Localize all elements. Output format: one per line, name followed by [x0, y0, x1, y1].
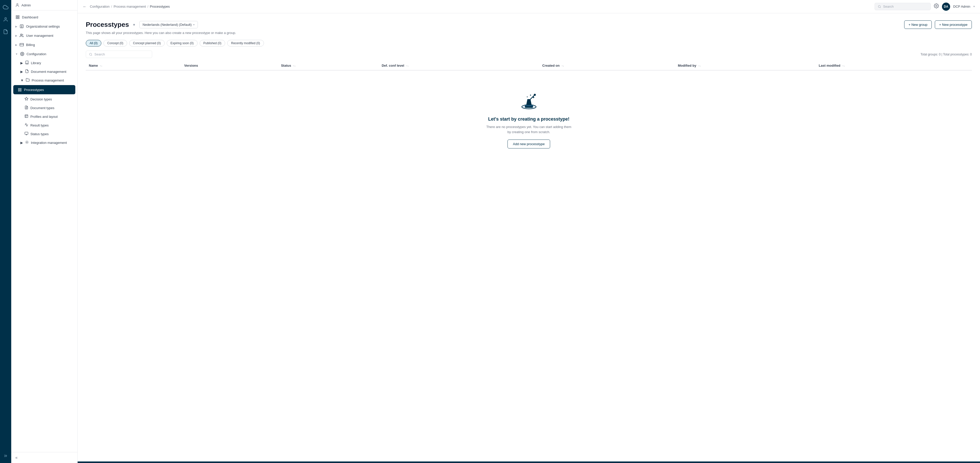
user-menu-chevron-icon[interactable]: ▾	[974, 5, 975, 8]
sidebar-collapse[interactable]: «	[11, 452, 77, 463]
sidebar-library-label: Library	[31, 61, 41, 65]
file-icon	[25, 69, 29, 74]
sidebar-user-name: Admin	[21, 3, 31, 7]
filter-recently-modified[interactable]: Recently modified (0)	[227, 40, 264, 46]
main-area: ← Configuration / Process management / P…	[78, 0, 980, 463]
col-name-label: Name	[89, 64, 98, 67]
filter-published[interactable]: Published (0)	[200, 40, 226, 46]
svg-rect-3	[18, 16, 19, 17]
sidebar-decision-types-label: Decision types	[30, 97, 52, 101]
double-chevron-left-icon: «	[15, 455, 18, 460]
svg-line-26	[880, 7, 881, 8]
chevron-right-icon: ▶	[15, 34, 18, 37]
sidebar-user[interactable]: Admin	[11, 0, 77, 11]
book-icon	[25, 61, 29, 65]
global-search[interactable]	[875, 3, 931, 10]
col-status[interactable]: Status ↑↓	[278, 61, 379, 70]
sort-last-icon[interactable]: ↑↓	[842, 64, 845, 67]
credit-card-icon	[19, 42, 24, 47]
svg-point-7	[21, 34, 22, 35]
chevron-right-icon: ▶	[21, 70, 23, 73]
svg-rect-8	[20, 43, 24, 46]
doc-type-icon	[24, 105, 28, 110]
add-new-processtype-button[interactable]: Add new processtype	[508, 139, 550, 148]
col-last-modified[interactable]: Last modified ↑↓	[816, 61, 972, 70]
sidebar-item-document-types[interactable]: Document types	[11, 104, 77, 112]
breadcrumb-configuration[interactable]: Configuration	[90, 5, 110, 8]
sidebar-config-label: Configuration	[27, 52, 46, 56]
back-button[interactable]: ←	[83, 4, 87, 9]
data-table: Name ↑↓ Versions Status ↑↓ Def. conf lev…	[86, 61, 972, 169]
sidebar-item-configuration[interactable]: ▼ Configuration	[11, 49, 77, 59]
svg-point-1	[17, 3, 18, 5]
sidebar-item-user-management[interactable]: ▶ User management	[11, 31, 77, 40]
settings-icon	[20, 52, 24, 56]
settings-gear-icon[interactable]	[934, 3, 939, 10]
filter-expiring-soon[interactable]: Expiring soon (0)	[167, 40, 197, 46]
col-versions[interactable]: Versions	[181, 61, 278, 70]
col-modified-label: Modified by	[678, 64, 696, 67]
grid-icon	[15, 15, 20, 19]
sort-conf-icon[interactable]: ↑↓	[406, 64, 409, 67]
sort-created-icon[interactable]: ↑↓	[562, 64, 564, 67]
sidebar-document-types-label: Document types	[30, 106, 54, 110]
breadcrumb-sep-2: /	[147, 5, 148, 8]
user-icon[interactable]	[2, 15, 10, 24]
breadcrumb-process-management[interactable]: Process management	[114, 5, 146, 8]
sort-status-icon[interactable]: ↑↓	[293, 64, 296, 67]
empty-state-icon: ✦ ✦ ✦	[519, 91, 539, 112]
svg-point-37	[534, 94, 536, 96]
svg-text:✦: ✦	[527, 96, 528, 98]
filter-all[interactable]: All (0)	[86, 40, 101, 46]
svg-text:✦: ✦	[530, 94, 531, 97]
svg-point-28	[90, 53, 92, 56]
sidebar-dashboard-label: Dashboard	[22, 15, 38, 19]
sidebar-item-library[interactable]: ▶ Library	[11, 59, 77, 67]
topbar: ← Configuration / Process management / P…	[78, 0, 980, 13]
new-processtype-button[interactable]: + New processtype	[935, 21, 972, 29]
sort-name-icon[interactable]: ↑↓	[100, 64, 102, 67]
sidebar-billing-label: Billing	[26, 43, 35, 47]
sidebar-item-document-management[interactable]: ▶ Document management	[11, 67, 77, 76]
sidebar: Admin Dashboard ▶ Organizational setting…	[11, 0, 78, 463]
svg-point-24	[27, 142, 27, 142]
sidebar-item-process-management[interactable]: ▼ Process management	[11, 76, 77, 85]
sidebar-item-result-types[interactable]: Result types	[11, 121, 77, 129]
empty-state: ✦ ✦ ✦ Let's start by creating a processt…	[86, 70, 972, 169]
filter-concept[interactable]: Concept (0)	[103, 40, 127, 46]
sidebar-item-status-types[interactable]: Status types	[11, 129, 77, 138]
col-def-conf-level[interactable]: Def. conf level ↑↓	[379, 61, 539, 70]
sidebar-item-organizational[interactable]: ▶ Organizational settings	[11, 22, 77, 31]
filter-concept-planned[interactable]: Concept planned (0)	[129, 40, 165, 46]
language-dropdown[interactable]: Nederlands (Nederland) (Default) ▾	[139, 21, 198, 28]
avatar-initials: DA	[944, 5, 948, 8]
chevron-down-icon: ▾	[193, 23, 194, 26]
col-name[interactable]: Name ↑↓	[86, 61, 181, 70]
col-created-on[interactable]: Created on ↑↓	[539, 61, 675, 70]
col-modified-by[interactable]: Modified by ↑↓	[675, 61, 816, 70]
sort-modified-icon[interactable]: ↑↓	[698, 64, 701, 67]
sidebar-item-decision-types[interactable]: Decision types	[11, 95, 77, 104]
sidebar-item-dashboard[interactable]: Dashboard	[11, 13, 77, 22]
svg-rect-13	[18, 90, 19, 91]
svg-rect-21	[25, 132, 28, 134]
document-icon[interactable]	[2, 27, 10, 36]
sidebar-item-integration-management[interactable]: ▶ Integration management	[11, 138, 77, 147]
empty-state-description: There are no processtypes yet. You can s…	[486, 125, 571, 134]
collapse-icon[interactable]	[2, 452, 10, 460]
user-name: DCP Admin	[953, 5, 970, 8]
sidebar-status-types-label: Status types	[30, 132, 49, 136]
chevron-down-icon: ▼	[15, 53, 18, 56]
sidebar-procmgmt-label: Process management	[32, 78, 64, 82]
sidebar-nav: Dashboard ▶ Organizational settings ▶ Us…	[11, 11, 77, 452]
sidebar-item-billing[interactable]: ▶ Billing	[11, 40, 77, 49]
empty-state-title: Let's start by creating a processtype!	[488, 117, 569, 122]
cloud-icon[interactable]	[2, 3, 10, 11]
new-group-button[interactable]: + New group	[904, 21, 932, 29]
table-search[interactable]	[86, 51, 152, 58]
table-search-input[interactable]	[94, 53, 149, 56]
global-search-input[interactable]	[883, 5, 928, 8]
sidebar-item-profiles-and-layout[interactable]: Profiles and layout	[11, 112, 77, 121]
sidebar-item-processtypes[interactable]: Processtypes	[13, 85, 75, 94]
process-icon	[18, 88, 22, 92]
